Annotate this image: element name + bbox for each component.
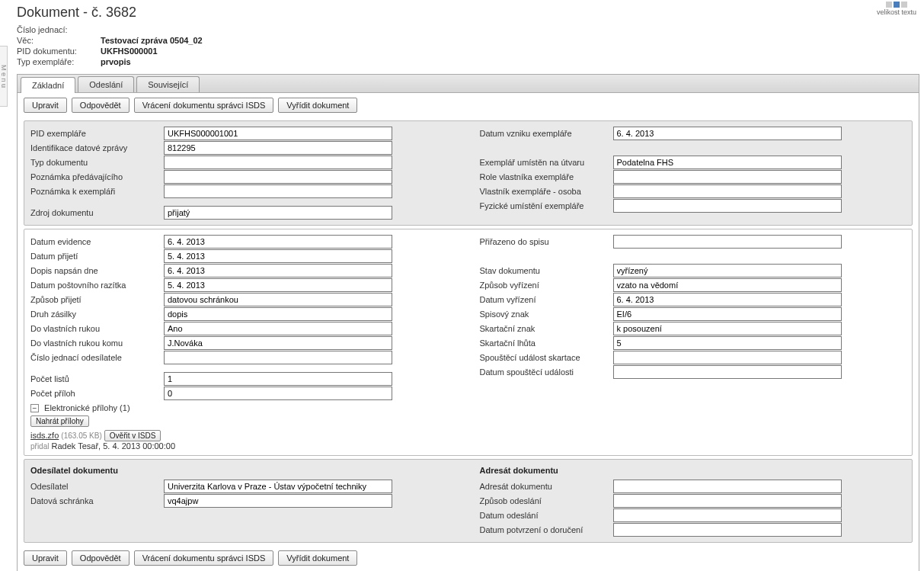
upravit-button[interactable]: Upravit — [24, 98, 67, 113]
input-spu[interactable] — [613, 351, 842, 364]
lbl-dev: Datum evidence — [30, 237, 164, 246]
panel-exemplar: PID exempláře Identifikace datové zprávy… — [24, 120, 913, 226]
hdr-vec-label: Věc: — [17, 36, 101, 45]
tab-zakladni[interactable]: Základní — [21, 77, 75, 93]
vyridit-button[interactable]: Vyřídit dokument — [278, 98, 357, 113]
input-dvrk[interactable] — [164, 336, 392, 350]
input-dvr[interactable] — [164, 322, 392, 335]
lbl-pidex: PID exempláře — [30, 129, 164, 138]
attachments-title: Elektronické přílohy (1) — [44, 403, 130, 412]
lbl-do: Datum odeslání — [480, 511, 613, 520]
input-pozp[interactable] — [164, 170, 392, 184]
input-skz[interactable] — [613, 322, 842, 335]
panel-sender-recipient: Odesílatel dokumentu Odesílatel Datová s… — [24, 459, 913, 543]
lbl-pl: Počet listů — [30, 374, 164, 383]
page-title: Dokument - č. 3682 — [17, 5, 919, 21]
lbl-skl: Skartační lhůta — [480, 338, 613, 348]
text-size-control[interactable]: velikost textu — [877, 2, 916, 16]
attachment-added-label: přidal — [30, 442, 49, 451]
hdr-vec-value: Testovací zpráva 0504_02 — [101, 36, 919, 45]
vraceni-button[interactable]: Vrácení dokumentu správci ISDS — [134, 98, 274, 113]
input-utvar[interactable] — [613, 156, 842, 169]
input-poze[interactable] — [164, 184, 392, 198]
text-size-label: velikost textu — [877, 8, 916, 16]
lbl-sz: Spisový znak — [480, 310, 613, 319]
text-size-small[interactable] — [886, 2, 892, 8]
input-role[interactable] — [613, 170, 842, 184]
input-do[interactable] — [613, 508, 842, 522]
input-pl[interactable] — [164, 372, 392, 386]
header-summary: Číslo jednací: Věc: Testovací zpráva 050… — [17, 25, 919, 66]
lbl-stav: Stav dokumentu — [480, 266, 613, 275]
upravit-button-bottom[interactable]: Upravit — [24, 550, 67, 566]
input-dev[interactable] — [164, 235, 392, 249]
overit-isds-button[interactable]: Ověřit v ISDS — [104, 430, 161, 441]
vyridit-button-bottom[interactable]: Vyřídit dokument — [278, 550, 357, 566]
lbl-od: Odesílatel — [30, 482, 164, 491]
odpovedet-button[interactable]: Odpovědět — [72, 98, 129, 113]
lbl-zo: Způsob odeslání — [480, 496, 613, 505]
odpovedet-button-bottom[interactable]: Odpovědět — [72, 550, 129, 566]
lbl-poze: Poznámka k exempláři — [30, 187, 164, 196]
input-pp[interactable] — [164, 387, 392, 400]
input-zvy[interactable] — [613, 278, 842, 292]
lbl-role: Role vlastníka exempláře — [480, 172, 613, 181]
lbl-dpr: Datum přijetí — [30, 252, 164, 261]
lbl-pp: Počet příloh — [30, 389, 164, 398]
lbl-dnap: Dopis napsán dne — [30, 266, 164, 275]
input-dnap[interactable] — [164, 264, 392, 277]
lbl-spu: Spouštěcí událost skartace — [480, 353, 613, 362]
vraceni-button-bottom[interactable]: Vrácení dokumentu správci ISDS — [134, 550, 274, 566]
input-draz[interactable] — [164, 278, 392, 292]
lbl-skz: Skartační znak — [480, 324, 613, 333]
input-zpr[interactable] — [164, 293, 392, 306]
lbl-vlast: Vlastník exempláře - osoba — [480, 187, 613, 196]
tab-odeslani[interactable]: Odeslání — [78, 76, 134, 92]
input-dp[interactable] — [613, 523, 842, 537]
input-pidex[interactable] — [164, 127, 392, 140]
sender-heading: Odesílatel dokumentu — [30, 466, 457, 475]
attachments-toggle[interactable]: − — [30, 404, 39, 412]
lbl-dp: Datum potvrzení o doručení — [480, 525, 613, 534]
lbl-typd: Typ dokumentu — [30, 158, 164, 167]
lbl-zvy: Způsob vyřízení — [480, 281, 613, 290]
attachment-added-text: Radek Tesař, 5. 4. 2013 00:00:00 — [52, 441, 175, 451]
lbl-zdroj: Zdroj dokumentu — [30, 208, 164, 217]
recipient-heading: Adresát dokumentu — [480, 466, 906, 475]
input-ds[interactable] — [164, 494, 392, 508]
document-tabs: Základní Odeslání Související Upravit Od… — [17, 74, 919, 571]
input-druh[interactable] — [164, 307, 392, 321]
input-skl[interactable] — [613, 336, 842, 350]
text-size-medium[interactable] — [894, 2, 900, 8]
attachment-file-link[interactable]: isds.zfo — [30, 431, 59, 440]
input-ad[interactable] — [613, 480, 842, 493]
attachment-size: (163.05 KB) — [61, 431, 101, 440]
menu-handle[interactable]: M e n u — [0, 46, 8, 107]
input-stav[interactable] — [613, 264, 842, 277]
text-size-large[interactable] — [901, 2, 907, 8]
lbl-draz: Datum poštovního razítka — [30, 281, 164, 290]
input-fyz[interactable] — [613, 199, 842, 213]
input-zdroj[interactable] — [164, 206, 392, 220]
hdr-typ-value: prvopis — [101, 57, 919, 66]
input-idz[interactable] — [164, 141, 392, 155]
input-od[interactable] — [164, 480, 392, 493]
input-typd[interactable] — [164, 156, 392, 169]
input-dspu[interactable] — [613, 365, 842, 379]
lbl-dvz: Datum vzniku exempláře — [480, 129, 613, 138]
lbl-idz: Identifikace datové zprávy — [30, 143, 164, 152]
input-vlast[interactable] — [613, 184, 842, 198]
input-dvy[interactable] — [613, 293, 842, 306]
hdr-pid-value: UKFHS000001 — [101, 47, 919, 56]
panel-evidence: Datum evidence Datum přijetí Dopis napsá… — [24, 229, 913, 456]
input-cjo[interactable] — [164, 351, 392, 364]
lbl-dspu: Datum spouštěcí události — [480, 367, 613, 377]
nahrat-prilohy-button[interactable]: Nahrát přílohy — [30, 415, 89, 427]
input-zo[interactable] — [613, 494, 842, 508]
tab-souvisejici[interactable]: Související — [136, 76, 200, 92]
input-spis[interactable] — [613, 235, 842, 249]
input-dvz[interactable] — [613, 127, 842, 140]
input-dpr[interactable] — [164, 249, 392, 263]
lbl-fyz: Fyzické umístění exempláře — [480, 201, 613, 210]
input-sz[interactable] — [613, 307, 842, 321]
